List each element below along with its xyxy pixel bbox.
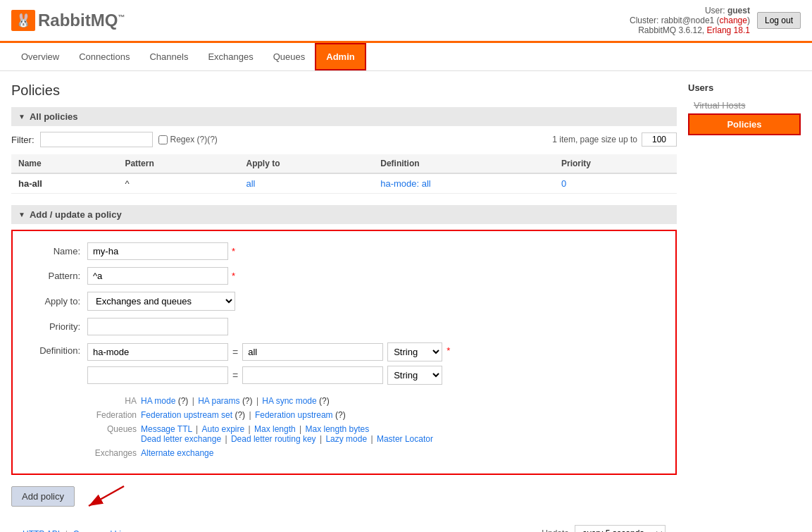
add-policy-form: Name: * Pattern: * Apply to: Exchanges a… <box>11 230 677 475</box>
def-key-input-1[interactable] <box>87 343 228 361</box>
master-locator-link[interactable]: Master Locator <box>377 434 433 444</box>
nav-channels[interactable]: Channels <box>139 44 198 69</box>
definition-link[interactable]: ha-mode: all <box>380 178 431 189</box>
sep3: | <box>249 410 253 420</box>
col-apply-to: Apply to <box>239 154 373 173</box>
sep2: | <box>256 396 261 406</box>
ha-params-hint: (?) <box>242 396 253 406</box>
nav-bar: Overview Connections Channels Exchanges … <box>0 43 812 71</box>
cluster-name: rabbit@node1 <box>661 16 715 25</box>
max-length-link[interactable]: Max length <box>254 424 296 434</box>
logo-tm: ™ <box>118 13 125 21</box>
name-input[interactable] <box>87 242 228 260</box>
page-size-input[interactable] <box>642 132 677 147</box>
fed-upstream-link[interactable]: Federation upstream <box>255 410 333 420</box>
http-api-link[interactable]: HTTP API <box>23 529 60 533</box>
fed-upstream-set-link[interactable]: Federation upstream set <box>141 410 232 420</box>
page-info: 1 item, page size up to <box>552 132 677 147</box>
main-content: Policies ▼ All policies Filter: Regex (?… <box>11 82 677 532</box>
footer-right: Update every 5 seconds every 10 seconds … <box>542 525 666 532</box>
update-select[interactable]: every 5 seconds every 10 seconds every 3… <box>575 525 666 532</box>
sidebar-virtual-hosts[interactable]: Virtual Hosts <box>688 97 801 113</box>
federation-hints-row: Federation Federation upstream set (?) |… <box>87 410 664 420</box>
ha-mode-hint: (?) <box>178 396 189 406</box>
sep7: | <box>225 434 229 444</box>
table-header-row: Name Pattern Apply to Definition Priorit… <box>11 154 677 173</box>
def-type-select-1[interactable]: String Number Boolean List <box>387 342 442 361</box>
nav-admin[interactable]: Admin <box>315 43 366 70</box>
logout-button[interactable]: Log out <box>757 12 801 29</box>
sidebar-policies[interactable]: Policies <box>688 113 801 135</box>
max-length-bytes-link[interactable]: Max length bytes <box>306 424 370 434</box>
def-type-select-2[interactable]: String Number Boolean List <box>387 366 442 385</box>
footer-links: HTTP API | Command Line Update every 5 s… <box>11 518 677 532</box>
exchanges-category: Exchanges <box>87 448 137 458</box>
row-definition: ha-mode: all <box>373 173 554 194</box>
name-label: Name: <box>24 246 87 256</box>
nav-exchanges[interactable]: Exchanges <box>198 44 263 69</box>
dead-letter-exchange-link[interactable]: Dead letter exchange <box>141 434 221 444</box>
regex-label[interactable]: Regex (?)(?) <box>158 135 218 144</box>
col-pattern: Pattern <box>118 154 239 173</box>
definition-row-2: = String Number Boolean List <box>87 366 442 385</box>
sep4: | <box>196 424 200 434</box>
federation-category: Federation <box>87 410 137 420</box>
msg-ttl-link[interactable]: Message TTL <box>141 424 192 434</box>
command-line-link[interactable]: Command Line <box>73 529 130 533</box>
apply-to-row: Apply to: Exchanges and queues Exchanges… <box>24 292 664 311</box>
def-key-input-2[interactable] <box>87 366 228 384</box>
pattern-row: Pattern: * <box>24 267 664 285</box>
all-policies-header[interactable]: ▼ All policies <box>11 107 677 126</box>
sep6: | <box>299 424 304 434</box>
erlang-link[interactable]: Erlang 18.1 <box>707 25 750 35</box>
definition-required: * <box>446 342 450 356</box>
alternate-exchange-link[interactable]: Alternate exchange <box>141 448 213 458</box>
auto-expire-link[interactable]: Auto expire <box>202 424 245 434</box>
username: guest <box>727 6 750 16</box>
ha-hints: HA mode (?) | HA params (?) | HA sync mo… <box>141 396 330 406</box>
ha-params-link[interactable]: HA params <box>198 396 239 406</box>
add-policy-button[interactable]: Add policy <box>11 486 75 507</box>
regex-checkbox[interactable] <box>158 135 168 144</box>
apply-to-select[interactable]: Exchanges and queues Exchanges Queues <box>87 292 235 311</box>
queues-hints: Message TTL | Auto expire | Max length |… <box>141 424 433 444</box>
priority-link[interactable]: 0 <box>561 178 566 189</box>
add-policy-section-header[interactable]: ▼ Add / update a policy <box>11 205 677 224</box>
fed-upstream-hint: (?) <box>335 410 346 420</box>
def-val-input-1[interactable] <box>242 343 383 361</box>
filter-input[interactable] <box>40 132 153 147</box>
pattern-input[interactable] <box>87 267 228 285</box>
sep1: | <box>192 396 196 406</box>
update-label: Update <box>542 528 569 532</box>
sidebar: Users Virtual Hosts Policies <box>688 82 801 532</box>
row-pattern: ^ <box>118 173 239 194</box>
lazy-mode-link[interactable]: Lazy mode <box>325 434 367 444</box>
page-info-text: 1 item, page size up to <box>552 135 637 144</box>
cluster-label: Cluster: <box>630 16 658 25</box>
priority-row: Priority: <box>24 318 664 335</box>
definition-inputs: = String Number Boolean List = <box>87 342 442 389</box>
filter-row: Filter: Regex (?)(?) 1 item, page size u… <box>11 132 677 147</box>
add-policy-arrow-icon: ▼ <box>18 211 25 218</box>
nav-queues[interactable]: Queues <box>263 44 316 69</box>
ha-category: HA <box>87 396 137 406</box>
logo-icon: 🐰 <box>11 10 35 31</box>
nav-connections[interactable]: Connections <box>69 44 139 69</box>
apply-to-link[interactable]: all <box>246 178 255 189</box>
ha-sync-mode-link[interactable]: HA sync mode <box>262 396 316 406</box>
dead-letter-routing-key-link[interactable]: Dead letter routing key <box>231 434 316 444</box>
sep5: | <box>249 424 253 434</box>
table-row: ha-all ^ all ha-mode: all 0 <box>11 173 677 194</box>
regex-text: Regex (?)(?) <box>170 135 218 144</box>
ha-mode-link[interactable]: HA mode <box>141 396 175 406</box>
federation-hints: Federation upstream set (?) | Federation… <box>141 410 346 420</box>
priority-input[interactable] <box>87 318 228 335</box>
sidebar-users-title: Users <box>688 82 801 93</box>
fed-upstream-set-hint: (?) <box>235 410 245 420</box>
nav-overview[interactable]: Overview <box>11 44 69 69</box>
sep8: | <box>320 434 324 444</box>
def-val-input-2[interactable] <box>242 366 383 384</box>
cluster-change-link[interactable]: change <box>720 16 747 25</box>
add-policy-section-label: Add / update a policy <box>30 209 122 220</box>
page-title: Policies <box>11 82 677 99</box>
